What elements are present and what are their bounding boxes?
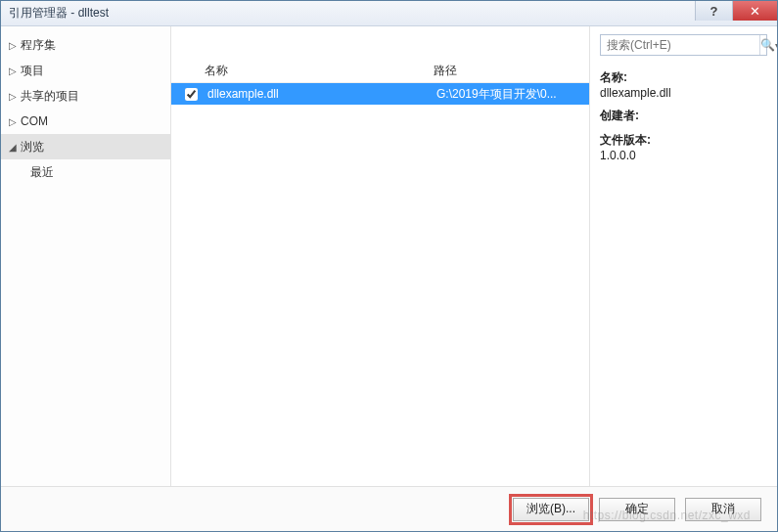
table-row[interactable]: dllexample.dll G:\2019年项目开发\0...: [171, 83, 589, 105]
search-input[interactable]: [601, 35, 759, 55]
sidebar-item-label: COM: [21, 114, 48, 128]
sidebar-item-recent[interactable]: 最近: [1, 159, 170, 185]
chevron-right-icon: ▷: [9, 66, 21, 76]
column-headers: 名称 路径: [171, 60, 589, 83]
sidebar-item-label: 共享的项目: [21, 88, 79, 105]
chevron-down-icon: ◢: [9, 142, 21, 153]
row-path: G:\2019年项目开发\0...: [436, 86, 589, 103]
dialog-body: ▷ 程序集 ▷ 项目 ▷ 共享的项目 ▷ COM ◢ 浏览 最近 名称 路径: [1, 26, 777, 486]
detail-name-value: dllexample.dll: [600, 86, 767, 100]
titlebar: 引用管理器 - dlltest ? ✕: [1, 1, 777, 26]
detail-version-label: 文件版本:: [600, 132, 767, 149]
browse-button[interactable]: 浏览(B)...: [513, 498, 589, 521]
sidebar-item-projects[interactable]: ▷ 项目: [1, 58, 170, 83]
detail-name-label: 名称:: [600, 69, 767, 86]
close-button[interactable]: ✕: [732, 1, 777, 21]
sidebar-item-label: 最近: [30, 164, 54, 181]
sidebar-item-label: 项目: [21, 63, 44, 79]
cancel-button[interactable]: 取消: [685, 498, 761, 521]
search-box[interactable]: 🔍▾: [600, 34, 767, 56]
detail-version-value: 1.0.0.0: [600, 149, 767, 162]
ok-button[interactable]: 确定: [599, 498, 675, 521]
column-header-path[interactable]: 路径: [434, 63, 457, 79]
sidebar-item-com[interactable]: ▷ COM: [1, 109, 170, 134]
sidebar: ▷ 程序集 ▷ 项目 ▷ 共享的项目 ▷ COM ◢ 浏览 最近: [1, 26, 171, 486]
column-header-name[interactable]: 名称: [205, 63, 434, 79]
window-buttons: ? ✕: [695, 1, 777, 25]
sidebar-item-shared[interactable]: ▷ 共享的项目: [1, 83, 170, 109]
detail-creator-label: 创建者:: [600, 108, 767, 124]
row-checkbox[interactable]: [185, 88, 198, 101]
dialog-footer: 浏览(B)... 确定 取消: [1, 486, 777, 531]
chevron-right-icon: ▷: [9, 91, 21, 102]
search-icon[interactable]: 🔍▾: [759, 35, 778, 55]
help-button[interactable]: ?: [695, 1, 732, 21]
chevron-right-icon: ▷: [9, 116, 21, 127]
sidebar-item-label: 浏览: [21, 139, 44, 155]
sidebar-item-label: 程序集: [21, 37, 56, 54]
detail-panel: 🔍▾ 名称: dllexample.dll 创建者: 文件版本: 1.0.0.0: [589, 26, 777, 486]
chevron-right-icon: ▷: [9, 40, 21, 51]
sidebar-item-browse[interactable]: ◢ 浏览: [1, 134, 170, 159]
sidebar-item-assemblies[interactable]: ▷ 程序集: [1, 32, 170, 58]
reference-list-panel: 名称 路径 dllexample.dll G:\2019年项目开发\0...: [171, 26, 589, 486]
window-title: 引用管理器 - dlltest: [9, 5, 109, 22]
row-name: dllexample.dll: [207, 87, 436, 101]
